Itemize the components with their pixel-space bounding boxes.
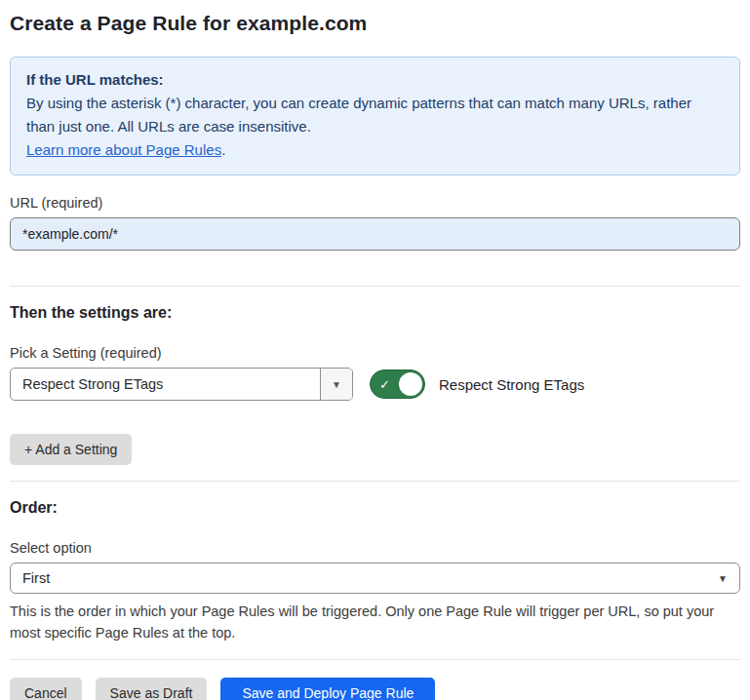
order-select-value: First <box>22 570 50 586</box>
check-icon: ✓ <box>379 377 390 392</box>
info-box-body-text: By using the asterisk (*) character, you… <box>26 95 691 135</box>
order-select-label: Select option <box>10 540 740 556</box>
link-period: . <box>221 141 225 158</box>
order-section-heading: Order: <box>10 499 740 517</box>
setting-row: Respect Strong ETags ▼ ✓ Respect Strong … <box>10 368 740 401</box>
toggle-label: Respect Strong ETags <box>439 376 584 393</box>
footer-actions: Cancel Save as Draft Save and Deploy Pag… <box>10 678 740 700</box>
settings-section-heading: Then the settings are: <box>10 304 740 322</box>
page-title: Create a Page Rule for example.com <box>10 12 740 35</box>
url-match-info-box: If the URL matches: By using the asteris… <box>10 57 740 175</box>
pick-setting-label: Pick a Setting (required) <box>10 345 740 361</box>
save-and-deploy-button[interactable]: Save and Deploy Page Rule <box>220 678 435 700</box>
order-help-text: This is the order in which your Page Rul… <box>10 601 740 643</box>
toggle-knob <box>399 372 422 396</box>
url-input[interactable] <box>10 217 740 251</box>
setting-select-value: Respect Strong ETags <box>11 369 320 400</box>
section-divider-1 <box>10 286 740 287</box>
chevron-down-icon: ▼ <box>332 379 341 390</box>
info-box-body: By using the asterisk (*) character, you… <box>26 92 724 162</box>
cancel-button[interactable]: Cancel <box>10 678 82 700</box>
chevron-down-icon: ▼ <box>718 573 728 584</box>
setting-toggle[interactable]: ✓ <box>370 369 425 399</box>
save-as-draft-button[interactable]: Save as Draft <box>96 678 208 700</box>
setting-select-arrow[interactable]: ▼ <box>320 369 352 400</box>
create-page-rule-form: Create a Page Rule for example.com If th… <box>0 0 750 700</box>
learn-more-link[interactable]: Learn more about Page Rules <box>26 141 221 158</box>
add-setting-button[interactable]: + Add a Setting <box>10 434 132 465</box>
url-field-label: URL (required) <box>10 195 740 211</box>
order-select[interactable]: First ▼ <box>10 563 740 594</box>
info-box-heading: If the URL matches: <box>26 68 724 92</box>
section-divider-2 <box>10 481 740 482</box>
setting-select[interactable]: Respect Strong ETags ▼ <box>10 368 353 401</box>
footer-divider <box>10 659 740 660</box>
